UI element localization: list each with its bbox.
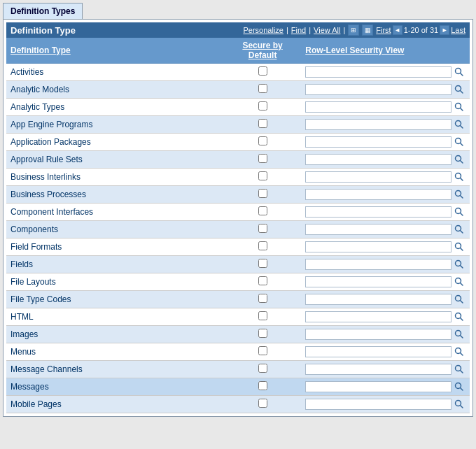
rls-input[interactable] bbox=[305, 311, 451, 322]
rls-input[interactable] bbox=[305, 224, 451, 235]
col-header-secure: Secure by Default bbox=[224, 38, 301, 64]
secure-checkbox[interactable] bbox=[258, 381, 267, 390]
rls-search-button[interactable] bbox=[453, 328, 465, 341]
secure-checkbox[interactable] bbox=[258, 119, 267, 128]
row-rls-cell bbox=[301, 204, 470, 221]
col-header-rls-link[interactable]: Row-Level Security View bbox=[305, 45, 404, 55]
rls-search-button[interactable] bbox=[453, 380, 465, 393]
chart-icon[interactable]: ▦ bbox=[362, 24, 373, 36]
row-secure-checkbox-cell bbox=[224, 256, 301, 273]
definition-types-tab[interactable]: Definition Types bbox=[3, 3, 83, 19]
rls-input[interactable] bbox=[305, 276, 451, 287]
rls-input[interactable] bbox=[305, 101, 451, 113]
secure-checkbox[interactable] bbox=[258, 154, 267, 163]
svg-line-15 bbox=[461, 196, 463, 199]
rls-search-button[interactable] bbox=[453, 345, 465, 358]
secure-checkbox[interactable] bbox=[258, 66, 267, 76]
rls-search-button[interactable] bbox=[453, 83, 465, 96]
secure-checkbox[interactable] bbox=[258, 171, 267, 180]
rls-search-button[interactable] bbox=[453, 101, 465, 113]
rls-search-button[interactable] bbox=[453, 258, 465, 271]
rls-search-button[interactable] bbox=[453, 206, 465, 218]
rls-input[interactable] bbox=[305, 189, 451, 200]
rls-search-button[interactable] bbox=[453, 293, 465, 306]
svg-line-23 bbox=[461, 266, 463, 269]
rls-search-button[interactable] bbox=[453, 241, 465, 253]
secure-checkbox[interactable] bbox=[258, 329, 267, 338]
secure-checkbox[interactable] bbox=[258, 206, 267, 215]
rls-input[interactable] bbox=[305, 206, 451, 218]
svg-line-33 bbox=[461, 353, 463, 356]
last-link[interactable]: Last bbox=[451, 26, 465, 34]
rls-input[interactable] bbox=[305, 294, 451, 305]
row-rls-cell bbox=[301, 169, 470, 186]
view-all-link[interactable]: View All bbox=[314, 26, 340, 34]
secure-checkbox[interactable] bbox=[258, 364, 267, 373]
secure-checkbox[interactable] bbox=[258, 189, 267, 198]
row-secure-checkbox-cell bbox=[224, 134, 301, 151]
rls-input[interactable] bbox=[305, 241, 451, 252]
personalize-link[interactable]: Personalize bbox=[243, 26, 283, 34]
col-header-definition-type-link[interactable]: Definition Type bbox=[10, 45, 71, 55]
secure-checkbox[interactable] bbox=[258, 136, 267, 145]
table-row: Business Interlinks bbox=[6, 169, 470, 186]
rls-input[interactable] bbox=[305, 84, 451, 95]
table-body: ActivitiesAnalytic ModelsAnalytic TypesA… bbox=[6, 64, 470, 413]
secure-checkbox[interactable] bbox=[258, 259, 267, 268]
row-rls-cell bbox=[301, 186, 470, 204]
next-btn[interactable]: ► bbox=[440, 25, 449, 35]
rls-search-button[interactable] bbox=[453, 118, 465, 131]
rls-input[interactable] bbox=[305, 136, 451, 148]
svg-line-21 bbox=[461, 248, 463, 251]
rls-input[interactable] bbox=[305, 154, 451, 165]
first-link[interactable]: First bbox=[376, 26, 391, 34]
rls-search-button[interactable] bbox=[453, 223, 465, 236]
rls-search-button[interactable] bbox=[453, 171, 465, 183]
page-wrapper: Definition Types Definition Type Persona… bbox=[0, 0, 476, 449]
row-definition-type-name: Field Formats bbox=[6, 238, 224, 256]
rls-input[interactable] bbox=[305, 329, 451, 340]
prev-btn[interactable]: ◄ bbox=[393, 25, 402, 35]
rls-search-button[interactable] bbox=[453, 276, 465, 288]
rls-input[interactable] bbox=[305, 66, 451, 78]
row-definition-type-name: Component Interfaces bbox=[6, 204, 224, 221]
rls-input[interactable] bbox=[305, 399, 451, 410]
secure-checkbox[interactable] bbox=[258, 84, 267, 93]
rls-search-button[interactable] bbox=[453, 188, 465, 201]
secure-checkbox[interactable] bbox=[258, 276, 267, 285]
row-rls-cell bbox=[301, 99, 470, 116]
row-rls-cell bbox=[301, 221, 470, 238]
rls-input[interactable] bbox=[305, 364, 451, 375]
secure-checkbox[interactable] bbox=[258, 399, 267, 408]
rls-input[interactable] bbox=[305, 259, 451, 270]
row-rls-cell bbox=[301, 291, 470, 308]
secure-checkbox[interactable] bbox=[258, 346, 267, 355]
rls-search-button[interactable] bbox=[453, 363, 465, 376]
row-definition-type-name: Menus bbox=[6, 343, 224, 361]
rls-input[interactable] bbox=[305, 171, 451, 183]
row-definition-type-name: Analytic Models bbox=[6, 81, 224, 99]
col-header-secure-link[interactable]: Secure by Default bbox=[242, 41, 282, 60]
table-row: Images bbox=[6, 326, 470, 343]
svg-line-17 bbox=[461, 213, 463, 216]
rls-search-button[interactable] bbox=[453, 311, 465, 323]
rls-search-button[interactable] bbox=[453, 398, 465, 411]
rls-input[interactable] bbox=[305, 381, 451, 392]
svg-line-5 bbox=[461, 108, 463, 111]
rls-input[interactable] bbox=[305, 119, 451, 130]
spreadsheet-icon[interactable]: ⊞ bbox=[348, 24, 359, 36]
secure-checkbox[interactable] bbox=[258, 311, 267, 320]
svg-line-27 bbox=[461, 301, 463, 304]
rls-search-button[interactable] bbox=[453, 66, 465, 78]
secure-checkbox[interactable] bbox=[258, 294, 267, 303]
rls-search-button[interactable] bbox=[453, 136, 465, 148]
secure-checkbox[interactable] bbox=[258, 224, 267, 233]
rls-search-button[interactable] bbox=[453, 153, 465, 166]
row-secure-checkbox-cell bbox=[224, 308, 301, 326]
find-link[interactable]: Find bbox=[291, 26, 306, 34]
secure-checkbox[interactable] bbox=[258, 241, 267, 250]
rls-input[interactable] bbox=[305, 346, 451, 357]
svg-line-37 bbox=[461, 388, 463, 391]
secure-checkbox[interactable] bbox=[258, 101, 267, 111]
row-definition-type-name: Components bbox=[6, 221, 224, 238]
